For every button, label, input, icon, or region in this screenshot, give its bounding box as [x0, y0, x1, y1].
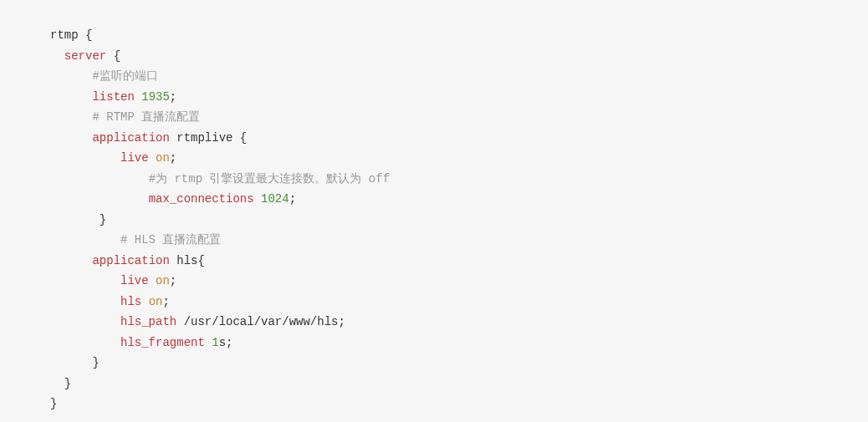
- comment: #监听的端口: [92, 69, 157, 83]
- code-block: rtmp { server { #监听的端口 listen 1935; # RT…: [50, 25, 818, 414]
- code-line: listen 1935;: [50, 90, 176, 104]
- code-line: live on;: [50, 274, 176, 287]
- code-line: #监听的端口: [50, 69, 158, 83]
- code-line: hls_path /usr/local/var/www/hls;: [50, 315, 345, 328]
- code-line: # HLS 直播流配置: [50, 233, 221, 247]
- code-line: max_connections 1024;: [50, 192, 296, 206]
- code-line: }: [50, 356, 100, 369]
- code-line: hls_fragment 1s;: [50, 336, 232, 349]
- code-line: application rtmplive {: [50, 131, 247, 145]
- comment: #为 rtmp 引擎设置最大连接数。默认为 off: [149, 172, 390, 186]
- comment: # RTMP 直播流配置: [92, 110, 200, 124]
- code-line: }: [50, 377, 71, 390]
- code-line: }: [50, 397, 57, 410]
- comment: # HLS 直播流配置: [120, 233, 221, 247]
- code-line: application hls{: [50, 254, 205, 267]
- code-line: #为 rtmp 引擎设置最大连接数。默认为 off: [50, 172, 390, 186]
- code-line: }: [50, 213, 106, 226]
- code-line: rtmp {: [50, 28, 92, 42]
- code-line: # RTMP 直播流配置: [50, 110, 200, 124]
- code-line: hls on;: [50, 295, 170, 308]
- code-line: live on;: [50, 151, 176, 165]
- code-line: server {: [50, 49, 120, 63]
